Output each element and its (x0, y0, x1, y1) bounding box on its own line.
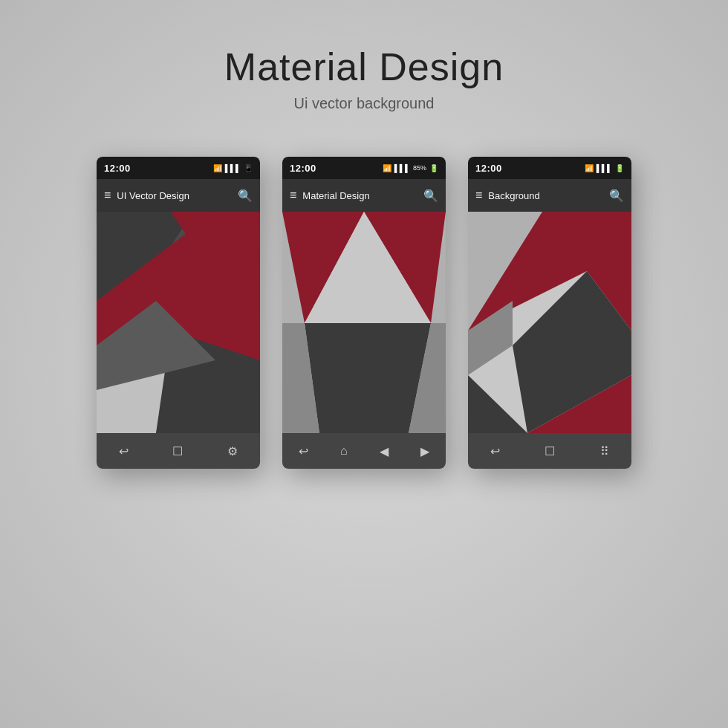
next-icon-2[interactable]: ▶ (420, 444, 429, 458)
hamburger-icon-3[interactable]: ≡ (475, 189, 482, 201)
status-bar-1: 12:00 📶 ▌▌▌ 📱 (97, 157, 260, 179)
prev-icon-2[interactable]: ◀ (380, 444, 389, 458)
status-bar-2: 12:00 📶 ▌▌▌ 85% 🔋 (282, 157, 446, 179)
nav-bar-3: ↩ ☐ ⠿ (468, 433, 631, 469)
status-icons-1: 📶 ▌▌▌ 📱 (213, 164, 253, 172)
wifi-icon-1: 📶 (213, 164, 222, 172)
app-bar-3: ≡ Background 🔍 (468, 179, 631, 212)
phone-2: 12:00 📶 ▌▌▌ 85% 🔋 ≡ Material Design 🔍 (282, 157, 446, 469)
status-bar-3: 12:00 📶 ▌▌▌ 🔋 (468, 157, 631, 179)
search-icon-3[interactable]: 🔍 (609, 189, 624, 203)
battery-icon-2: 🔋 (429, 164, 438, 172)
status-time-2: 12:00 (290, 163, 316, 174)
phone-1: 12:00 📶 ▌▌▌ 📱 ≡ UI Vector Design 🔍 (97, 157, 260, 469)
content-area-1 (97, 212, 260, 433)
hamburger-icon-1[interactable]: ≡ (104, 189, 111, 201)
phones-container: 12:00 📶 ▌▌▌ 📱 ≡ UI Vector Design 🔍 (97, 157, 631, 469)
home-icon-1[interactable]: ☐ (172, 444, 183, 458)
app-bar-1: ≡ UI Vector Design 🔍 (97, 179, 260, 212)
phone-3: 12:00 📶 ▌▌▌ 🔋 ≡ Background 🔍 (468, 157, 631, 469)
search-icon-1[interactable]: 🔍 (238, 189, 253, 203)
app-bar-title-1: UI Vector Design (117, 190, 189, 201)
wifi-icon-3: 📶 (585, 164, 594, 172)
battery-icon-3: 🔋 (615, 164, 624, 172)
signal-icon-2: ▌▌▌ (394, 164, 410, 172)
content-area-2 (282, 212, 446, 433)
page-title: Material Design (224, 45, 504, 89)
hamburger-icon-2[interactable]: ≡ (290, 189, 296, 201)
signal-icon-1: ▌▌▌ (225, 164, 241, 172)
nav-bar-1: ↩ ☐ ⚙ (97, 433, 260, 469)
phone-icon-1: 📱 (244, 164, 253, 172)
home-icon-3[interactable]: ☐ (545, 444, 555, 458)
app-bar-title-2: Material Design (302, 190, 369, 201)
status-icons-2: 📶 ▌▌▌ 85% 🔋 (383, 164, 438, 172)
page-subtitle: Ui vector background (224, 95, 504, 112)
status-time-3: 12:00 (475, 163, 502, 174)
back-icon-1[interactable]: ↩ (119, 444, 129, 458)
back-icon-2[interactable]: ↩ (299, 444, 308, 458)
app-bar-2: ≡ Material Design 🔍 (282, 179, 446, 212)
wifi-icon-2: 📶 (383, 164, 391, 172)
status-icons-3: 📶 ▌▌▌ 🔋 (585, 164, 624, 172)
svg-marker-13 (305, 323, 431, 433)
menu-icon-1[interactable]: ⚙ (227, 444, 238, 458)
app-bar-title-3: Background (488, 190, 539, 201)
status-time-1: 12:00 (104, 163, 131, 174)
battery-text-2: 85% (413, 164, 426, 172)
back-icon-3[interactable]: ↩ (490, 444, 500, 458)
header-section: Material Design Ui vector background (224, 45, 504, 112)
home-icon-2[interactable]: ⌂ (340, 444, 348, 458)
content-area-3 (468, 212, 631, 433)
signal-icon-3: ▌▌▌ (597, 164, 612, 172)
search-icon-2[interactable]: 🔍 (423, 189, 438, 203)
nav-bar-2: ↩ ⌂ ◀ ▶ (282, 433, 446, 469)
grid-icon-3[interactable]: ⠿ (600, 444, 609, 458)
